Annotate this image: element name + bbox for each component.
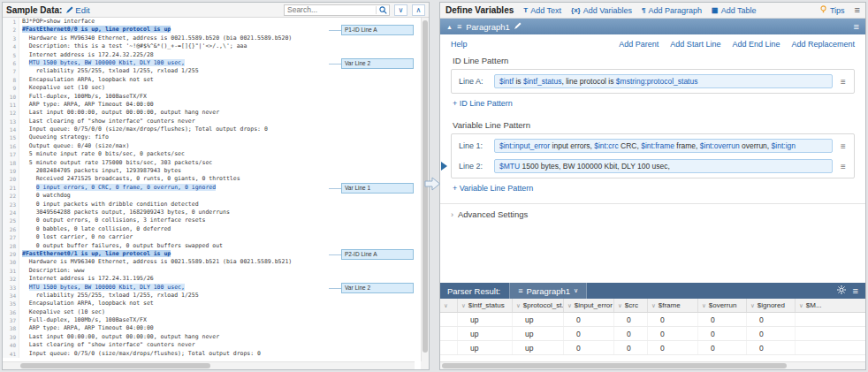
- paragraph-header-bar: ▲ ≡ Paragraph1 ≡: [440, 19, 865, 34]
- paragraph-menu-icon[interactable]: ≡: [854, 22, 859, 32]
- pattern-variable: $int:input_error: [499, 141, 550, 150]
- tab-list-icon: ≡: [518, 287, 522, 295]
- line-menu-icon[interactable]: ≡: [838, 162, 849, 171]
- gear-icon[interactable]: [837, 285, 846, 296]
- add-paragraph-button[interactable]: ¶ Add Paragraph: [642, 6, 702, 15]
- result-menu-icon[interactable]: ≡: [853, 286, 858, 296]
- line-number: 25: [3, 216, 19, 224]
- id-line-pattern-box: Line A:$intf is $intf_status, line proto…: [451, 69, 855, 94]
- line-number: 31: [3, 267, 19, 275]
- sample-data-title: Sample Data:: [6, 5, 62, 15]
- pattern-annotation-tag[interactable]: P1-ID Line A: [341, 25, 414, 35]
- line-number: 39: [3, 333, 19, 341]
- line-number: 21: [3, 184, 19, 192]
- result-row[interactable]: upup00000: [440, 327, 865, 341]
- pattern-annotation-tag[interactable]: P2-ID Line A: [341, 249, 414, 260]
- find-next-button[interactable]: ∨: [394, 4, 407, 16]
- column-header[interactable]: ∨$frame: [648, 299, 698, 312]
- result-scrollbar-thumb[interactable]: [442, 363, 787, 368]
- line-menu-icon[interactable]: ≡: [838, 141, 849, 151]
- column-header[interactable]: ∨$input_error: [564, 299, 614, 312]
- column-header[interactable]: ∨$overrun: [698, 299, 747, 312]
- result-cell: up: [458, 341, 513, 354]
- result-cell: 0: [648, 327, 698, 340]
- add-variable-line-pattern-link[interactable]: + Variable Line Pattern: [453, 184, 533, 193]
- tips-button[interactable]: Tips: [819, 5, 845, 15]
- variable-line-pattern-box: Line 1:$int:input_error input errors, $i…: [451, 133, 855, 178]
- add-text-button[interactable]: T Add Text: [523, 6, 561, 15]
- line-number: 10: [3, 93, 19, 101]
- column-header[interactable]: ∨$intf_status: [458, 299, 513, 312]
- result-cell: 0: [564, 327, 614, 340]
- chevron-down-icon: ∨: [574, 287, 578, 294]
- advanced-settings-label: Advanced Settings: [458, 209, 528, 219]
- result-row[interactable]: upup00000: [440, 313, 865, 327]
- pattern-annotation-tag[interactable]: Var Line 2: [341, 283, 414, 293]
- pencil-icon: [66, 5, 73, 15]
- filter-chevron-icon: ∨: [567, 302, 572, 309]
- filter-chevron-icon: ∨: [651, 302, 656, 309]
- search-icon[interactable]: [377, 6, 389, 14]
- result-row[interactable]: upup00000: [440, 341, 865, 355]
- add-variables-button[interactable]: {x} Add Variables: [571, 6, 632, 15]
- pattern-input[interactable]: $int:input_error input errors, $int:crc …: [494, 139, 833, 153]
- add-id-line-pattern-link[interactable]: + ID Line Pattern: [453, 99, 513, 108]
- result-cell: 0: [614, 327, 648, 340]
- pattern-input[interactable]: $MTU 1500 bytes, BW 100000 Kbit, DLY 100…: [494, 159, 833, 173]
- search-input[interactable]: [285, 5, 376, 14]
- row-selector-cell: [440, 341, 458, 354]
- pattern-variable: $mstring:protocol_status: [616, 77, 698, 86]
- add-replacement-link[interactable]: Add Replacement: [791, 40, 855, 49]
- add-end-line-link[interactable]: Add End Line: [732, 40, 780, 49]
- line-number: 4: [3, 42, 19, 50]
- result-cell: up: [458, 313, 513, 326]
- var-line-highlight: 0 input errors, 0 CRC, 0 frame, 0 overru…: [36, 184, 217, 191]
- collapse-icon[interactable]: ▲: [446, 24, 453, 30]
- apply-arrow-icon: [424, 176, 441, 192]
- pattern-annotation-tag[interactable]: Var Line 1: [341, 183, 414, 194]
- pattern-input[interactable]: $intf is $intf_status, line protocol is …: [494, 74, 833, 88]
- line-label: Line 2:: [457, 162, 489, 171]
- line-number: 29: [3, 250, 19, 258]
- result-cell: [796, 313, 865, 326]
- add-table-label: Add Table: [721, 6, 757, 15]
- rename-pencil-icon[interactable]: [514, 22, 522, 31]
- pattern-annotation-tag[interactable]: Var Line 2: [341, 58, 414, 69]
- line-number: 9: [3, 84, 19, 92]
- add-start-line-link[interactable]: Add Start Line: [670, 40, 720, 49]
- define-variables-toolbar: Define Variables T Add Text {x} Add Vari…: [440, 3, 865, 19]
- add-parent-link[interactable]: Add Parent: [619, 40, 659, 49]
- edit-label: Edit: [75, 5, 89, 15]
- edit-sample-button[interactable]: Edit: [66, 5, 89, 15]
- add-table-button[interactable]: ▦ Add Table: [712, 6, 756, 15]
- sample-data-panel: Sample Data: Edit ∨ ∧ 1BJ*POP>show inter…: [2, 2, 430, 370]
- line-menu-icon[interactable]: ≡: [838, 77, 849, 87]
- horizontal-scrollbar-thumb[interactable]: [20, 363, 210, 368]
- result-horizontal-scrollbar[interactable]: [440, 361, 865, 369]
- paragraph-icon: ¶: [642, 6, 645, 14]
- column-header[interactable]: ∨$ignored: [747, 299, 796, 312]
- var-line-highlight: MTU 1500 bytes, BW 100000 Kbit, DLY 100 …: [29, 59, 185, 66]
- annotation-layer: P1-ID Line AVar Line 2Var Line 1P2-ID Li…: [341, 18, 415, 358]
- line-number: 8: [3, 76, 19, 84]
- paragraph-actions: Add Parent Add Start Line Add End Line A…: [619, 40, 855, 49]
- line-label: Line A:: [457, 77, 489, 86]
- line-number: 38: [3, 324, 19, 332]
- chevron-down-icon: ∨: [399, 6, 404, 14]
- result-cell: 0: [648, 341, 698, 354]
- column-header[interactable]: ∨$crc: [614, 299, 648, 312]
- panel-menu-icon[interactable]: ≡: [855, 5, 860, 15]
- column-header[interactable]: ∨$M...: [796, 299, 865, 312]
- filter-chevron-icon: ∨: [750, 302, 755, 309]
- find-prev-button[interactable]: ∧: [412, 4, 425, 16]
- parser-result-tab[interactable]: ≡ Paragraph1 ∨: [509, 283, 587, 299]
- line-number: 1: [3, 18, 19, 26]
- column-header[interactable]: ∨$protocol_st...: [513, 299, 564, 312]
- column-filter[interactable]: ∨: [440, 299, 458, 312]
- horizontal-scrollbar[interactable]: [3, 361, 415, 369]
- column-header-label: $input_error: [575, 301, 613, 309]
- advanced-settings-toggle[interactable]: › Advanced Settings: [440, 204, 865, 224]
- help-link[interactable]: Help: [451, 40, 468, 49]
- id-line-highlight: #FastEthernet0/0 is up, line protocol is…: [22, 26, 171, 33]
- row-selector-cell: [440, 313, 458, 326]
